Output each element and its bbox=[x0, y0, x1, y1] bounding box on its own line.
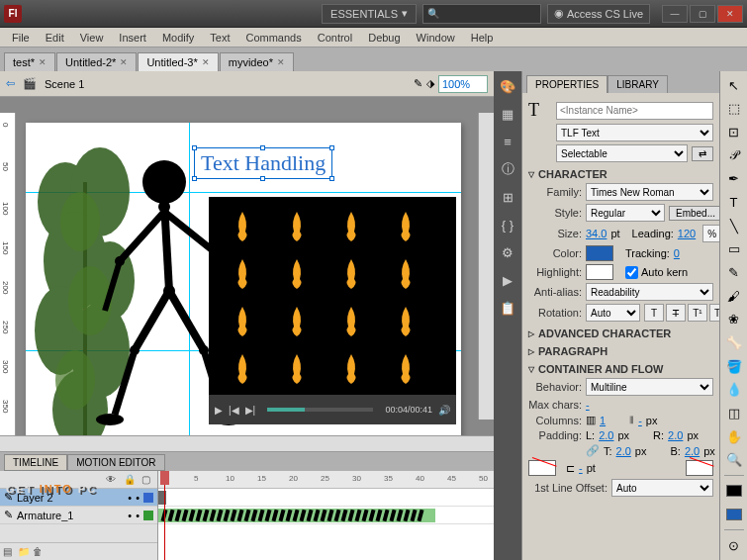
hand-tool[interactable]: ✋ bbox=[723, 426, 745, 447]
lock-icon[interactable]: 🔒 bbox=[124, 474, 136, 485]
play-button[interactable]: ▶ bbox=[215, 405, 223, 416]
leading-input[interactable]: 120 bbox=[678, 228, 696, 239]
rotation-select[interactable]: Auto bbox=[586, 304, 640, 322]
auto-kern-checkbox[interactable]: Auto kern bbox=[625, 266, 688, 279]
lasso-tool[interactable]: 𝒫 bbox=[723, 145, 745, 166]
close-button[interactable]: ✕ bbox=[717, 5, 743, 23]
padding-bottom-input[interactable]: 2.0 bbox=[685, 445, 700, 457]
highlight-color-swatch[interactable] bbox=[586, 264, 613, 280]
tab-close-icon[interactable]: ✕ bbox=[277, 57, 285, 67]
menu-control[interactable]: Control bbox=[310, 30, 360, 46]
workspace-selector[interactable]: ESSENTIALS ▾ bbox=[322, 4, 417, 24]
next-button[interactable]: ▶| bbox=[245, 405, 256, 416]
menu-modify[interactable]: Modify bbox=[154, 30, 202, 46]
text-tool[interactable]: T bbox=[723, 192, 745, 213]
text-object[interactable]: Text Handling bbox=[194, 147, 332, 179]
tab-close-icon[interactable]: ✕ bbox=[120, 57, 128, 67]
antialias-select[interactable]: Readability bbox=[586, 283, 713, 301]
prev-button[interactable]: |◀ bbox=[229, 405, 239, 416]
section-advanced-character[interactable]: ▷ADVANCED CHARACTER bbox=[528, 327, 713, 339]
fill-color[interactable] bbox=[723, 505, 745, 525]
pencil-tool[interactable]: ✎ bbox=[723, 262, 745, 283]
tab-library[interactable]: LIBRARY bbox=[607, 75, 668, 93]
stroke-color[interactable] bbox=[723, 481, 745, 502]
flow-icon[interactable]: ⇄ bbox=[692, 146, 713, 161]
playhead[interactable] bbox=[164, 471, 165, 560]
underline-button[interactable]: T bbox=[644, 304, 664, 322]
code-panel-icon[interactable]: { } bbox=[499, 216, 516, 233]
text-color-swatch[interactable] bbox=[586, 245, 613, 261]
doc-tab[interactable]: Untitled-3*✕ bbox=[138, 52, 218, 71]
column-gap-input[interactable]: - bbox=[638, 415, 642, 426]
padding-left-input[interactable]: 2.0 bbox=[599, 429, 613, 441]
font-size-input[interactable]: 34.0 bbox=[586, 228, 607, 239]
timeline-frames[interactable]: 151015202530354045505560 bbox=[158, 471, 494, 560]
video-scrubber[interactable] bbox=[267, 408, 373, 412]
delete-layer-icon[interactable]: 🗑 bbox=[33, 546, 45, 557]
resize-handle[interactable] bbox=[192, 176, 197, 181]
info-panel-icon[interactable]: ⓘ bbox=[499, 160, 516, 178]
project-panel-icon[interactable]: 📋 bbox=[499, 299, 516, 317]
menu-file[interactable]: File bbox=[4, 30, 38, 46]
tab-motion-editor[interactable]: MOTION EDITOR bbox=[67, 454, 164, 471]
bone-tool[interactable]: 🦴 bbox=[723, 332, 745, 353]
font-style-select[interactable]: Regular bbox=[586, 204, 665, 222]
selection-tool[interactable]: ↖ bbox=[723, 75, 745, 96]
padding-top-input[interactable]: 2.0 bbox=[616, 445, 631, 457]
tab-timeline[interactable]: TIMELINE bbox=[4, 454, 67, 471]
fill-swatch[interactable] bbox=[528, 460, 556, 476]
align-panel-icon[interactable]: ≡ bbox=[499, 133, 516, 150]
section-container[interactable]: ▽CONTAINER AND FLOW bbox=[528, 363, 713, 375]
subselection-tool[interactable]: ⬚ bbox=[723, 99, 745, 120]
visibility-icon[interactable]: 👁 bbox=[106, 474, 118, 485]
columns-input[interactable]: 1 bbox=[600, 415, 606, 426]
menu-view[interactable]: View bbox=[72, 30, 112, 46]
resize-handle[interactable] bbox=[260, 176, 265, 181]
symbol-icon[interactable]: ⬗ bbox=[426, 77, 434, 90]
line-tool[interactable]: ╲ bbox=[723, 216, 745, 236]
presets-panel-icon[interactable]: ▶ bbox=[499, 271, 516, 289]
section-paragraph[interactable]: ▷PARAGRAPH bbox=[528, 345, 713, 357]
rectangle-tool[interactable]: ▭ bbox=[723, 239, 745, 260]
stage[interactable]: Text Handling ▶ |◀ ▶ bbox=[26, 123, 461, 435]
text-engine-select[interactable]: TLF Text bbox=[556, 124, 713, 141]
leading-unit-select[interactable]: % bbox=[702, 225, 719, 242]
zoom-tool[interactable]: 🔍 bbox=[723, 450, 745, 471]
free-transform-tool[interactable]: ⊡ bbox=[723, 122, 745, 142]
tab-close-icon[interactable]: ✕ bbox=[39, 57, 47, 67]
behavior-select[interactable]: Multiline bbox=[586, 378, 713, 396]
mute-button[interactable]: 🔊 bbox=[438, 405, 450, 416]
outline-icon[interactable]: ▢ bbox=[141, 474, 153, 485]
timeline-layer[interactable]: ✎Layer 2•• bbox=[0, 489, 157, 507]
pen-tool[interactable]: ✒ bbox=[723, 169, 745, 190]
paint-bucket-tool[interactable]: 🪣 bbox=[723, 356, 745, 377]
doc-tab[interactable]: myvideo*✕ bbox=[220, 52, 294, 71]
tab-properties[interactable]: PROPERTIES bbox=[526, 75, 607, 93]
resize-handle[interactable] bbox=[329, 176, 334, 181]
snap-tool[interactable]: ⊙ bbox=[723, 535, 745, 556]
eraser-tool[interactable]: ◫ bbox=[723, 403, 745, 423]
timeline-track[interactable] bbox=[158, 489, 494, 507]
components-panel-icon[interactable]: ⚙ bbox=[499, 243, 516, 261]
swatches-panel-icon[interactable]: ▦ bbox=[499, 105, 516, 123]
indent-input[interactable]: - bbox=[579, 462, 583, 474]
scrollbar-horizontal[interactable] bbox=[0, 435, 494, 451]
timeline-layer[interactable]: ✎Armature_1•• bbox=[0, 507, 157, 524]
menu-insert[interactable]: Insert bbox=[111, 30, 154, 46]
edit-scene-icon[interactable]: ✎ bbox=[414, 77, 422, 90]
resize-handle[interactable] bbox=[192, 145, 197, 150]
search-input[interactable]: 🔍 bbox=[422, 4, 541, 24]
strikethrough-button[interactable]: T̶ bbox=[666, 304, 686, 322]
menu-edit[interactable]: Edit bbox=[38, 30, 72, 46]
menu-help[interactable]: Help bbox=[463, 30, 502, 46]
maximize-button[interactable]: ▢ bbox=[690, 5, 715, 23]
menu-window[interactable]: Window bbox=[409, 30, 463, 46]
cs-live-button[interactable]: ◉Access CS Live bbox=[547, 4, 650, 24]
minimize-button[interactable]: — bbox=[662, 5, 688, 23]
new-layer-icon[interactable]: ▤ bbox=[3, 546, 15, 557]
tracking-input[interactable]: 0 bbox=[674, 247, 680, 259]
section-character[interactable]: ▽CHARACTER bbox=[528, 168, 713, 180]
selectable-select[interactable]: Selectable bbox=[556, 144, 688, 162]
link-icon[interactable]: 🔗 bbox=[586, 444, 600, 457]
zoom-input[interactable] bbox=[438, 75, 488, 93]
